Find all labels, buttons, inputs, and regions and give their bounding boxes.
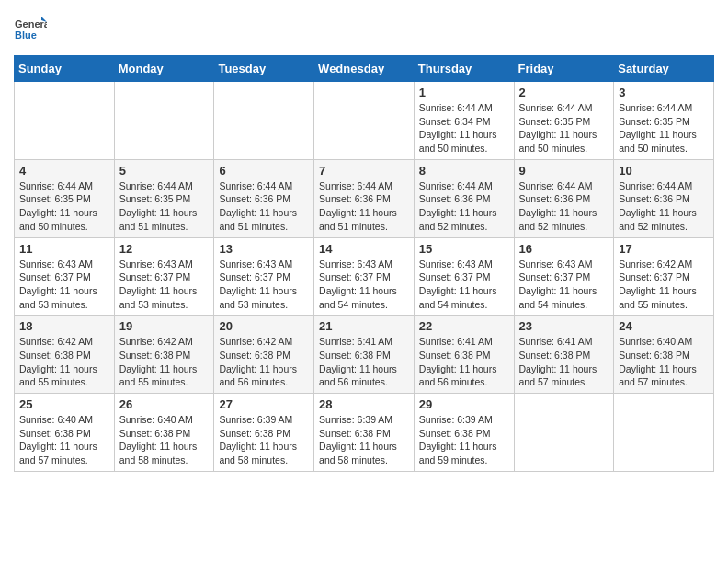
week-row-2: 4Sunrise: 6:44 AM Sunset: 6:35 PM Daylig… (15, 159, 714, 237)
day-number: 14 (319, 242, 409, 256)
calendar-cell (214, 82, 314, 160)
day-info: Sunrise: 6:39 AM Sunset: 6:38 PM Dayligh… (319, 413, 409, 467)
week-row-1: 1Sunrise: 6:44 AM Sunset: 6:34 PM Daylig… (15, 82, 714, 160)
day-info: Sunrise: 6:41 AM Sunset: 6:38 PM Dayligh… (519, 335, 609, 389)
day-number: 28 (319, 397, 409, 411)
day-number: 5 (119, 164, 210, 178)
day-number: 10 (619, 164, 709, 178)
calendar-body: 1Sunrise: 6:44 AM Sunset: 6:34 PM Daylig… (15, 82, 714, 472)
header-row: SundayMondayTuesdayWednesdayThursdayFrid… (15, 56, 714, 82)
day-number: 7 (319, 164, 409, 178)
day-info: Sunrise: 6:44 AM Sunset: 6:35 PM Dayligh… (119, 179, 210, 234)
day-info: Sunrise: 6:44 AM Sunset: 6:36 PM Dayligh… (219, 179, 309, 234)
day-info: Sunrise: 6:42 AM Sunset: 6:38 PM Dayligh… (119, 335, 210, 389)
day-info: Sunrise: 6:42 AM Sunset: 6:37 PM Dayligh… (619, 258, 709, 312)
day-number: 2 (519, 86, 609, 99)
calendar-cell: 21Sunrise: 6:41 AM Sunset: 6:38 PM Dayli… (314, 316, 415, 394)
calendar-table: SundayMondayTuesdayWednesdayThursdayFrid… (14, 55, 714, 472)
day-number: 29 (419, 397, 509, 411)
day-info: Sunrise: 6:44 AM Sunset: 6:34 PM Dayligh… (419, 101, 509, 155)
day-number: 23 (519, 319, 609, 333)
day-info: Sunrise: 6:42 AM Sunset: 6:38 PM Dayligh… (19, 335, 109, 389)
day-number: 22 (419, 319, 509, 333)
day-number: 19 (119, 319, 210, 333)
day-number: 8 (419, 164, 509, 178)
day-info: Sunrise: 6:44 AM Sunset: 6:36 PM Dayligh… (619, 179, 709, 234)
calendar-cell (614, 394, 714, 472)
calendar-cell: 11Sunrise: 6:43 AM Sunset: 6:37 PM Dayli… (15, 237, 115, 316)
day-info: Sunrise: 6:41 AM Sunset: 6:38 PM Dayligh… (419, 335, 509, 389)
day-info: Sunrise: 6:40 AM Sunset: 6:38 PM Dayligh… (19, 413, 109, 467)
calendar-cell: 22Sunrise: 6:41 AM Sunset: 6:38 PM Dayli… (414, 316, 514, 394)
calendar-cell: 1Sunrise: 6:44 AM Sunset: 6:34 PM Daylig… (414, 82, 514, 160)
day-number: 18 (19, 319, 109, 333)
header-day-monday: Monday (114, 56, 214, 82)
calendar-cell: 28Sunrise: 6:39 AM Sunset: 6:38 PM Dayli… (314, 394, 415, 472)
calendar-cell: 20Sunrise: 6:42 AM Sunset: 6:38 PM Dayli… (214, 316, 314, 394)
logo: General Blue (14, 15, 47, 48)
header-day-thursday: Thursday (414, 56, 514, 82)
day-number: 6 (219, 164, 309, 178)
svg-text:Blue: Blue (15, 29, 37, 40)
calendar-cell (15, 82, 115, 160)
day-number: 13 (219, 242, 309, 256)
day-info: Sunrise: 6:44 AM Sunset: 6:36 PM Dayligh… (419, 179, 509, 234)
calendar-cell: 5Sunrise: 6:44 AM Sunset: 6:35 PM Daylig… (114, 159, 214, 237)
header-day-tuesday: Tuesday (214, 56, 314, 82)
logo-svg: General Blue (14, 15, 47, 48)
header-day-friday: Friday (514, 56, 614, 82)
day-info: Sunrise: 6:40 AM Sunset: 6:38 PM Dayligh… (119, 413, 210, 467)
day-info: Sunrise: 6:43 AM Sunset: 6:37 PM Dayligh… (519, 258, 609, 312)
day-number: 4 (19, 164, 109, 178)
day-info: Sunrise: 6:39 AM Sunset: 6:38 PM Dayligh… (219, 413, 309, 467)
calendar-header: SundayMondayTuesdayWednesdayThursdayFrid… (15, 56, 714, 82)
day-info: Sunrise: 6:44 AM Sunset: 6:35 PM Dayligh… (19, 179, 109, 234)
day-number: 17 (619, 242, 709, 256)
calendar-cell: 12Sunrise: 6:43 AM Sunset: 6:37 PM Dayli… (114, 237, 214, 316)
calendar-cell: 4Sunrise: 6:44 AM Sunset: 6:35 PM Daylig… (15, 159, 115, 237)
day-info: Sunrise: 6:44 AM Sunset: 6:36 PM Dayligh… (519, 179, 609, 234)
day-number: 20 (219, 319, 309, 333)
day-number: 15 (419, 242, 509, 256)
calendar-cell (314, 82, 415, 160)
day-info: Sunrise: 6:44 AM Sunset: 6:36 PM Dayligh… (319, 179, 409, 234)
calendar-cell: 10Sunrise: 6:44 AM Sunset: 6:36 PM Dayli… (614, 159, 714, 237)
calendar-cell: 6Sunrise: 6:44 AM Sunset: 6:36 PM Daylig… (214, 159, 314, 237)
day-number: 1 (419, 86, 509, 99)
day-number: 27 (219, 397, 309, 411)
day-number: 16 (519, 242, 609, 256)
day-info: Sunrise: 6:43 AM Sunset: 6:37 PM Dayligh… (119, 258, 210, 312)
day-info: Sunrise: 6:43 AM Sunset: 6:37 PM Dayligh… (419, 258, 509, 312)
header-day-wednesday: Wednesday (314, 56, 415, 82)
day-number: 12 (119, 242, 210, 256)
calendar-cell: 26Sunrise: 6:40 AM Sunset: 6:38 PM Dayli… (114, 394, 214, 472)
calendar-cell: 13Sunrise: 6:43 AM Sunset: 6:37 PM Dayli… (214, 237, 314, 316)
week-row-5: 25Sunrise: 6:40 AM Sunset: 6:38 PM Dayli… (15, 394, 714, 472)
header: General Blue (14, 9, 714, 48)
header-day-saturday: Saturday (614, 56, 714, 82)
calendar-cell (514, 394, 614, 472)
calendar-cell: 18Sunrise: 6:42 AM Sunset: 6:38 PM Dayli… (15, 316, 115, 394)
calendar-cell: 3Sunrise: 6:44 AM Sunset: 6:35 PM Daylig… (614, 82, 714, 160)
day-info: Sunrise: 6:43 AM Sunset: 6:37 PM Dayligh… (19, 258, 109, 312)
day-info: Sunrise: 6:40 AM Sunset: 6:38 PM Dayligh… (619, 335, 709, 389)
calendar-cell: 7Sunrise: 6:44 AM Sunset: 6:36 PM Daylig… (314, 159, 415, 237)
calendar-cell: 25Sunrise: 6:40 AM Sunset: 6:38 PM Dayli… (15, 394, 115, 472)
calendar-cell: 16Sunrise: 6:43 AM Sunset: 6:37 PM Dayli… (514, 237, 614, 316)
week-row-3: 11Sunrise: 6:43 AM Sunset: 6:37 PM Dayli… (15, 237, 714, 316)
day-number: 3 (619, 86, 709, 99)
day-info: Sunrise: 6:41 AM Sunset: 6:38 PM Dayligh… (319, 335, 409, 389)
calendar-cell: 19Sunrise: 6:42 AM Sunset: 6:38 PM Dayli… (114, 316, 214, 394)
calendar-cell: 9Sunrise: 6:44 AM Sunset: 6:36 PM Daylig… (514, 159, 614, 237)
calendar-cell: 17Sunrise: 6:42 AM Sunset: 6:37 PM Dayli… (614, 237, 714, 316)
day-number: 9 (519, 164, 609, 178)
day-info: Sunrise: 6:43 AM Sunset: 6:37 PM Dayligh… (319, 258, 409, 312)
calendar-cell: 23Sunrise: 6:41 AM Sunset: 6:38 PM Dayli… (514, 316, 614, 394)
day-number: 26 (119, 397, 210, 411)
day-info: Sunrise: 6:44 AM Sunset: 6:35 PM Dayligh… (519, 101, 609, 155)
calendar-cell (114, 82, 214, 160)
day-number: 21 (319, 319, 409, 333)
header-day-sunday: Sunday (15, 56, 115, 82)
day-number: 11 (19, 242, 109, 256)
calendar-cell: 29Sunrise: 6:39 AM Sunset: 6:38 PM Dayli… (414, 394, 514, 472)
